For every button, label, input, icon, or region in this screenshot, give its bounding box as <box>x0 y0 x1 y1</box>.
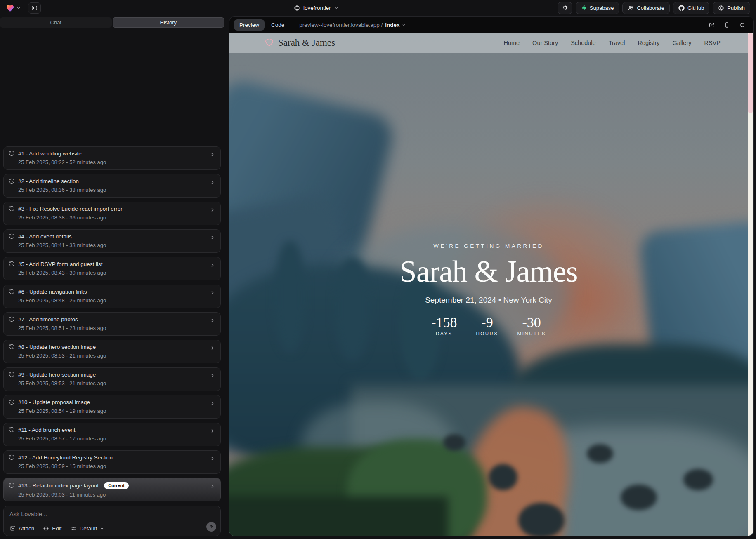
prompt-composer[interactable]: Ask Lovable... Attach Edit Default <box>3 506 221 536</box>
history-restore-icon <box>9 316 15 322</box>
history-item-timestamp: 25 Feb 2025, 08:53 - 21 minutes ago <box>18 380 215 386</box>
history-item[interactable]: #8 - Update hero section image25 Feb 202… <box>3 340 221 363</box>
history-item-timestamp: 25 Feb 2025, 08:51 - 23 minutes ago <box>18 325 215 331</box>
site-nav-link-gallery[interactable]: Gallery <box>673 40 692 46</box>
app-topbar: lovefrontier Supabase Collaborate <box>0 0 756 16</box>
history-item-timestamp: 25 Feb 2025, 08:54 - 19 minutes ago <box>18 408 215 414</box>
history-item-title: #5 - Add RSVP form and guest list <box>18 261 103 267</box>
preview-panel: Preview Code preview--lovefrontier.lovab… <box>229 16 754 536</box>
edit-mode-button[interactable]: Edit <box>43 525 61 532</box>
mobile-view-icon[interactable] <box>724 22 730 28</box>
history-restore-icon <box>9 399 15 405</box>
history-item-timestamp: 25 Feb 2025, 08:36 - 38 minutes ago <box>18 187 215 193</box>
chevron-right-icon <box>210 152 215 157</box>
history-item-title: #8 - Update hero section image <box>18 344 96 350</box>
preview-url[interactable]: preview--lovefrontier.lovable.app / inde… <box>299 22 406 28</box>
history-item[interactable]: #1 - Add wedding website25 Feb 2025, 08:… <box>3 146 221 170</box>
countdown-unit: -9HOURS <box>476 315 498 336</box>
hero-section: WE'RE GETTING MARRIED Sarah & James Sept… <box>229 243 748 336</box>
supabase-icon <box>581 5 587 11</box>
send-button[interactable] <box>206 522 216 532</box>
model-selector[interactable]: Default <box>71 525 104 532</box>
project-name: lovefrontier <box>303 5 331 11</box>
site-nav: HomeOur StoryScheduleTravelRegistryGalle… <box>503 40 721 46</box>
history-item[interactable]: #6 - Update navigation links25 Feb 2025,… <box>3 285 221 308</box>
chevron-right-icon <box>210 180 215 185</box>
history-item[interactable]: #4 - Add event details25 Feb 2025, 08:41… <box>3 229 221 253</box>
attach-image-icon <box>9 525 16 532</box>
chevron-right-icon <box>210 263 215 268</box>
site-nav-link-travel[interactable]: Travel <box>609 40 625 46</box>
site-scrollbar-thumb[interactable] <box>748 33 753 113</box>
github-icon <box>678 5 685 11</box>
history-item[interactable]: #2 - Add timeline section25 Feb 2025, 08… <box>3 174 221 198</box>
lovable-logo[interactable] <box>6 4 14 12</box>
supabase-button[interactable]: Supabase <box>576 2 619 14</box>
tab-chat[interactable]: Chat <box>0 17 112 28</box>
refresh-icon[interactable] <box>739 22 745 28</box>
chevron-right-icon <box>210 290 215 295</box>
heart-outline-icon <box>265 39 274 47</box>
site-nav-link-registry[interactable]: Registry <box>638 40 659 46</box>
history-item-title: #9 - Update hero section image <box>18 372 96 378</box>
url-chevron-down-icon <box>402 23 406 27</box>
history-item[interactable]: #7 - Add timeline photos25 Feb 2025, 08:… <box>3 312 221 336</box>
history-item[interactable]: #3 - Fix: Resolve Lucide-react import er… <box>3 202 221 225</box>
history-item[interactable]: #10 - Update proposal image25 Feb 2025, … <box>3 395 221 419</box>
history-restore-icon <box>9 344 15 350</box>
site-nav-link-schedule[interactable]: Schedule <box>571 40 595 46</box>
open-in-new-window-icon[interactable] <box>709 22 715 28</box>
hero-eyebrow: WE'RE GETTING MARRIED <box>229 243 748 249</box>
site-nav-link-rsvp[interactable]: RSVP <box>704 40 721 46</box>
history-item-timestamp: 25 Feb 2025, 08:41 - 33 minutes ago <box>18 242 215 248</box>
chevron-right-icon <box>210 346 215 351</box>
edit-target-icon <box>43 525 49 532</box>
gear-icon <box>562 5 568 11</box>
site-nav-link-our-story[interactable]: Our Story <box>532 40 558 46</box>
history-item-title: #6 - Update navigation links <box>18 289 87 295</box>
attach-button[interactable]: Attach <box>9 525 34 532</box>
countdown-label: HOURS <box>476 331 498 336</box>
history-item-timestamp: 25 Feb 2025, 09:03 - 11 minutes ago <box>18 492 215 498</box>
history-item[interactable]: #11 - Add brunch event25 Feb 2025, 08:57… <box>3 423 221 446</box>
tab-history[interactable]: History <box>113 17 224 28</box>
globe-icon <box>294 5 300 11</box>
collaborate-button[interactable]: Collaborate <box>622 2 670 14</box>
countdown: -158DAYS-9HOURS-30MINUTES <box>229 315 748 336</box>
history-item-timestamp: 25 Feb 2025, 08:38 - 36 minutes ago <box>18 214 215 221</box>
toggle-sidebar-button[interactable] <box>28 2 41 14</box>
history-item[interactable]: #13 - Refactor index page layoutCurrent2… <box>3 478 221 501</box>
history-item[interactable]: #5 - Add RSVP form and guest list25 Feb … <box>3 257 221 280</box>
history-item-title: #2 - Add timeline section <box>18 178 79 184</box>
history-item-title: #12 - Add Honeyfund Registry Section <box>18 454 113 461</box>
history-item[interactable]: #9 - Update hero section image25 Feb 202… <box>3 367 221 391</box>
history-list: #1 - Add wedding website25 Feb 2025, 08:… <box>3 146 221 506</box>
history-item-title: #10 - Update proposal image <box>18 399 90 405</box>
project-chevron-down-icon <box>334 6 338 10</box>
settings-button[interactable] <box>558 2 572 14</box>
logo-chevron-down-icon[interactable] <box>17 6 21 10</box>
arrow-up-icon <box>209 524 214 529</box>
countdown-value: -30 <box>517 315 546 330</box>
site-scrollbar[interactable] <box>748 33 753 536</box>
panel-left-icon <box>31 5 38 11</box>
publish-button[interactable]: Publish <box>713 2 750 14</box>
current-badge: Current <box>104 482 129 489</box>
site-viewport: Sarah & James HomeOur StoryScheduleTrave… <box>229 33 753 536</box>
history-restore-icon <box>9 289 15 295</box>
history-restore-icon <box>9 483 15 489</box>
tab-code[interactable]: Code <box>266 19 289 31</box>
tab-preview[interactable]: Preview <box>234 19 265 31</box>
history-item-title: #3 - Fix: Resolve Lucide-react import er… <box>18 206 123 212</box>
preview-page-name: index <box>385 22 399 28</box>
left-sidebar: Chat History #1 - Add wedding website25 … <box>0 16 224 539</box>
github-button[interactable]: GitHub <box>673 2 709 14</box>
chevron-right-icon <box>210 373 215 378</box>
prompt-input[interactable]: Ask Lovable... <box>9 511 215 518</box>
countdown-unit: -158DAYS <box>431 315 457 336</box>
site-brand[interactable]: Sarah & James <box>265 38 335 48</box>
project-switcher[interactable]: lovefrontier <box>294 0 338 16</box>
history-item[interactable]: #12 - Add Honeyfund Registry Section25 F… <box>3 450 221 474</box>
sidebar-tabs: Chat History <box>0 17 224 28</box>
site-nav-link-home[interactable]: Home <box>503 40 520 46</box>
